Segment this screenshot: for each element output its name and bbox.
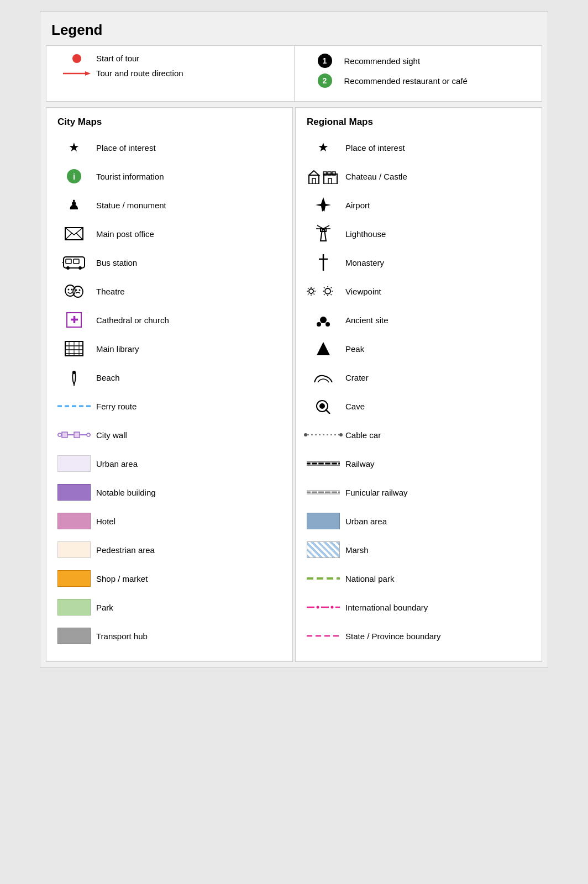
svg-point-97 bbox=[331, 606, 334, 609]
regional-star-icon: ★ bbox=[301, 140, 345, 155]
city-star-icon: ★ bbox=[52, 140, 96, 155]
lighthouse-row: Lighthouse bbox=[301, 222, 536, 246]
svg-point-49 bbox=[309, 289, 313, 293]
svg-line-4 bbox=[76, 233, 83, 240]
ancient-site-icon bbox=[301, 312, 345, 328]
cave-row: Cave bbox=[301, 394, 536, 418]
svg-marker-70 bbox=[317, 342, 330, 355]
pedestrian-row: Pedestrian area bbox=[52, 538, 287, 562]
hotel-label: Hotel bbox=[96, 517, 287, 526]
city-maps-header: City Maps bbox=[52, 117, 287, 128]
cathedral-row: ✚ Cathedral or church bbox=[52, 308, 287, 332]
svg-point-67 bbox=[320, 317, 327, 323]
state-boundary-label: State / Province boundary bbox=[345, 632, 536, 641]
monastery-icon bbox=[301, 254, 345, 271]
main-section: City Maps ★ Place of interest i Tourist … bbox=[46, 107, 542, 662]
park-row: Park bbox=[52, 595, 287, 619]
library-row: Main library bbox=[52, 336, 287, 361]
railway-icon bbox=[301, 459, 345, 469]
funicular-icon bbox=[301, 487, 345, 497]
recommended-restaurant-icon: 2 bbox=[306, 73, 344, 88]
peak-row: Peak bbox=[301, 336, 536, 361]
park-icon bbox=[52, 599, 96, 615]
bus-station-label: Bus station bbox=[96, 258, 287, 267]
funicular-row: Funicular railway bbox=[301, 480, 536, 504]
city-place-of-interest-row: ★ Place of interest bbox=[52, 135, 287, 160]
chateau-row: Chateau / Castle bbox=[301, 164, 536, 188]
svg-line-54 bbox=[308, 288, 309, 289]
bus-icon bbox=[52, 255, 96, 270]
bus-station-row: Bus station bbox=[52, 250, 287, 275]
national-park-row: National park bbox=[301, 566, 536, 591]
ferry-label: Ferry route bbox=[96, 402, 287, 411]
viewpoint-label: Viewpoint bbox=[345, 287, 536, 296]
peak-label: Peak bbox=[345, 344, 536, 354]
svg-point-16 bbox=[79, 290, 81, 291]
svg-marker-33 bbox=[309, 171, 319, 175]
post-office-icon bbox=[52, 227, 96, 240]
crater-label: Crater bbox=[345, 373, 536, 382]
airport-icon bbox=[301, 196, 345, 214]
statue-row: ♟ Statue / monument bbox=[52, 193, 287, 217]
cable-car-icon bbox=[301, 430, 345, 439]
state-boundary-row: State / Province boundary bbox=[301, 624, 536, 648]
recommended-restaurant-row: 2 Recommended restaurant or café bbox=[306, 73, 531, 88]
transport-hub-row: Transport hub bbox=[52, 624, 287, 648]
city-wall-label: City wall bbox=[96, 430, 287, 440]
theatre-label: Theatre bbox=[96, 287, 287, 296]
svg-rect-6 bbox=[66, 259, 71, 264]
svg-point-15 bbox=[76, 290, 77, 291]
statue-label: Statue / monument bbox=[96, 201, 287, 210]
city-place-of-interest-label: Place of interest bbox=[96, 143, 287, 152]
regional-maps-header: Regional Maps bbox=[301, 117, 536, 128]
urban-area-row: Urban area bbox=[52, 451, 287, 476]
lighthouse-label: Lighthouse bbox=[345, 229, 536, 239]
shop-icon bbox=[52, 570, 96, 587]
svg-line-64 bbox=[331, 294, 332, 296]
shop-row: Shop / market bbox=[52, 566, 287, 591]
svg-line-57 bbox=[308, 294, 309, 295]
hotel-row: Hotel bbox=[52, 509, 287, 533]
cave-label: Cave bbox=[345, 402, 536, 411]
svg-point-14 bbox=[73, 286, 83, 297]
top-right: 1 Recommended sight 2 Recommended restau… bbox=[295, 46, 542, 101]
svg-point-69 bbox=[326, 322, 330, 327]
svg-point-12 bbox=[68, 289, 70, 291]
svg-rect-32 bbox=[309, 175, 319, 184]
viewpoint-icon bbox=[301, 283, 345, 299]
svg-point-58 bbox=[325, 288, 330, 294]
theatre-icon bbox=[52, 283, 96, 299]
beach-label: Beach bbox=[96, 373, 287, 382]
start-of-tour-label: Start of tour bbox=[96, 54, 283, 63]
chateau-icon bbox=[301, 169, 345, 184]
cable-car-row: Cable car bbox=[301, 423, 536, 447]
tourist-info-row: i Tourist information bbox=[52, 164, 287, 188]
regional-place-row: ★ Place of interest bbox=[301, 135, 536, 160]
theatre-row: Theatre bbox=[52, 279, 287, 303]
svg-rect-34 bbox=[312, 178, 316, 184]
intl-boundary-label: International boundary bbox=[345, 603, 536, 612]
svg-line-66 bbox=[324, 294, 325, 296]
beach-icon bbox=[52, 369, 96, 386]
beach-row: Beach bbox=[52, 365, 287, 390]
regional-urban-row: Urban area bbox=[301, 509, 536, 533]
svg-point-9 bbox=[78, 266, 82, 270]
svg-line-56 bbox=[314, 288, 315, 289]
start-of-tour-row: Start of tour bbox=[57, 54, 283, 63]
cable-car-label: Cable car bbox=[345, 430, 536, 440]
transport-hub-label: Transport hub bbox=[96, 632, 287, 641]
intl-boundary-row: International boundary bbox=[301, 595, 536, 619]
svg-line-73 bbox=[326, 409, 330, 414]
recommended-sight-icon: 1 bbox=[306, 54, 344, 68]
svg-point-31 bbox=[87, 433, 90, 436]
tourist-info-icon: i bbox=[52, 169, 96, 183]
post-office-row: Main post office bbox=[52, 222, 287, 246]
tourist-info-label: Tourist information bbox=[96, 172, 287, 181]
pedestrian-icon bbox=[52, 541, 96, 558]
svg-rect-5 bbox=[64, 257, 85, 268]
chateau-label: Chateau / Castle bbox=[345, 172, 536, 181]
recommended-sight-row: 1 Recommended sight bbox=[306, 54, 531, 68]
recommended-sight-label: Recommended sight bbox=[344, 56, 531, 66]
svg-point-25 bbox=[72, 371, 76, 374]
library-label: Main library bbox=[96, 344, 287, 354]
